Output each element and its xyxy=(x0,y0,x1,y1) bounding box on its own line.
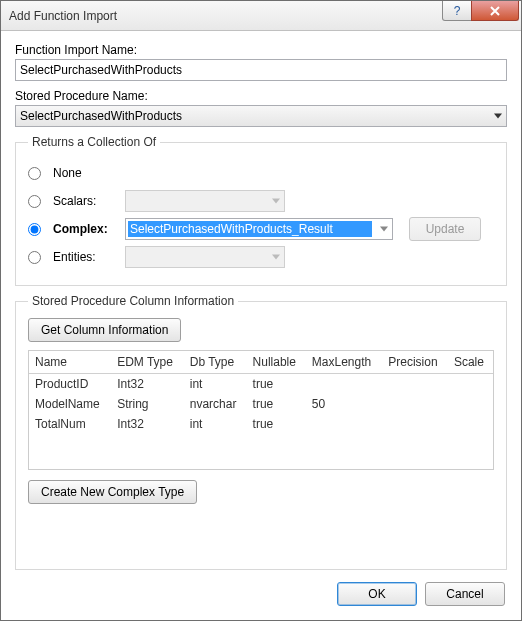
table-cell: true xyxy=(247,414,306,434)
table-cell: int xyxy=(184,374,247,395)
function-import-name-section: Function Import Name: xyxy=(15,43,507,81)
scalars-combo xyxy=(125,190,285,212)
radio-entities[interactable] xyxy=(28,251,41,264)
help-button[interactable]: ? xyxy=(442,1,472,21)
radio-row-none: None xyxy=(28,159,494,187)
table-cell: Int32 xyxy=(111,414,184,434)
dialog-content: Function Import Name: Stored Procedure N… xyxy=(1,31,521,620)
table-cell: Int32 xyxy=(111,374,184,395)
table-cell xyxy=(382,414,448,434)
column-info-legend: Stored Procedure Column Information xyxy=(28,294,238,308)
table-cell: String xyxy=(111,394,184,414)
table-cell xyxy=(382,374,448,395)
table-header-cell: MaxLength xyxy=(306,351,382,374)
table-cell xyxy=(306,414,382,434)
chevron-down-icon xyxy=(272,255,280,260)
ok-button[interactable]: OK xyxy=(337,582,417,606)
window-title: Add Function Import xyxy=(9,9,443,23)
radio-entities-label: Entities: xyxy=(53,250,117,264)
radio-row-scalars: Scalars: xyxy=(28,187,494,215)
radio-scalars[interactable] xyxy=(28,195,41,208)
close-button[interactable] xyxy=(471,1,519,21)
column-info-group: Stored Procedure Column Information Get … xyxy=(15,294,507,570)
radio-none-label: None xyxy=(53,166,117,180)
entities-combo xyxy=(125,246,285,268)
complex-combo[interactable]: SelectPurchasedWithProducts_Result xyxy=(125,218,393,240)
table-row[interactable]: ProductIDInt32inttrue xyxy=(29,374,493,395)
dialog-window: Add Function Import ? Function Import Na… xyxy=(0,0,522,621)
table-cell xyxy=(306,374,382,395)
table-cell: 50 xyxy=(306,394,382,414)
table-header-row: NameEDM TypeDb TypeNullableMaxLengthPrec… xyxy=(29,351,493,374)
table-cell: nvarchar xyxy=(184,394,247,414)
table-header-cell: Name xyxy=(29,351,111,374)
table-header-cell: Nullable xyxy=(247,351,306,374)
table-row[interactable]: TotalNumInt32inttrue xyxy=(29,414,493,434)
create-complex-row: Create New Complex Type xyxy=(28,480,494,504)
stored-procedure-name-section: Stored Procedure Name: SelectPurchasedWi… xyxy=(15,89,507,127)
table-header-cell: Precision xyxy=(382,351,448,374)
table-cell: ProductID xyxy=(29,374,111,395)
chevron-down-icon xyxy=(272,199,280,204)
cancel-button[interactable]: Cancel xyxy=(425,582,505,606)
column-info-table-wrap: NameEDM TypeDb TypeNullableMaxLengthPrec… xyxy=(28,350,494,470)
update-slot: Update xyxy=(409,217,481,241)
table-header-cell: Db Type xyxy=(184,351,247,374)
returns-collection-group: Returns a Collection Of None Scalars: Co… xyxy=(15,135,507,286)
table-cell xyxy=(382,394,448,414)
get-column-info-row: Get Column Information xyxy=(28,318,494,342)
table-row[interactable]: ModelNameStringnvarchartrue50 xyxy=(29,394,493,414)
column-info-table: NameEDM TypeDb TypeNullableMaxLengthPrec… xyxy=(29,351,493,434)
window-buttons: ? xyxy=(443,1,521,30)
radio-none[interactable] xyxy=(28,167,41,180)
function-import-name-input[interactable] xyxy=(15,59,507,81)
create-new-complex-type-button[interactable]: Create New Complex Type xyxy=(28,480,197,504)
get-column-info-button[interactable]: Get Column Information xyxy=(28,318,181,342)
chevron-down-icon xyxy=(380,227,388,232)
table-cell: ModelName xyxy=(29,394,111,414)
update-button[interactable]: Update xyxy=(409,217,481,241)
radio-row-entities: Entities: xyxy=(28,243,494,271)
table-cell: TotalNum xyxy=(29,414,111,434)
stored-procedure-name-value: SelectPurchasedWithProducts xyxy=(20,109,182,123)
chevron-down-icon xyxy=(494,114,502,119)
table-cell xyxy=(448,374,493,395)
table-cell: int xyxy=(184,414,247,434)
radio-row-complex: Complex: SelectPurchasedWithProducts_Res… xyxy=(28,215,494,243)
function-import-name-label: Function Import Name: xyxy=(15,43,507,57)
table-header-cell: EDM Type xyxy=(111,351,184,374)
table-cell: true xyxy=(247,374,306,395)
svg-text:?: ? xyxy=(454,5,461,17)
stored-procedure-name-label: Stored Procedure Name: xyxy=(15,89,507,103)
radio-scalars-label: Scalars: xyxy=(53,194,117,208)
stored-procedure-name-combo[interactable]: SelectPurchasedWithProducts xyxy=(15,105,507,127)
returns-collection-legend: Returns a Collection Of xyxy=(28,135,160,149)
radio-complex-label: Complex: xyxy=(53,222,117,236)
titlebar: Add Function Import ? xyxy=(1,1,521,31)
table-cell: true xyxy=(247,394,306,414)
table-cell xyxy=(448,414,493,434)
table-header-cell: Scale xyxy=(448,351,493,374)
radio-complex[interactable] xyxy=(28,223,41,236)
table-cell xyxy=(448,394,493,414)
dialog-footer: OK Cancel xyxy=(15,578,507,606)
complex-combo-value: SelectPurchasedWithProducts_Result xyxy=(128,221,372,237)
